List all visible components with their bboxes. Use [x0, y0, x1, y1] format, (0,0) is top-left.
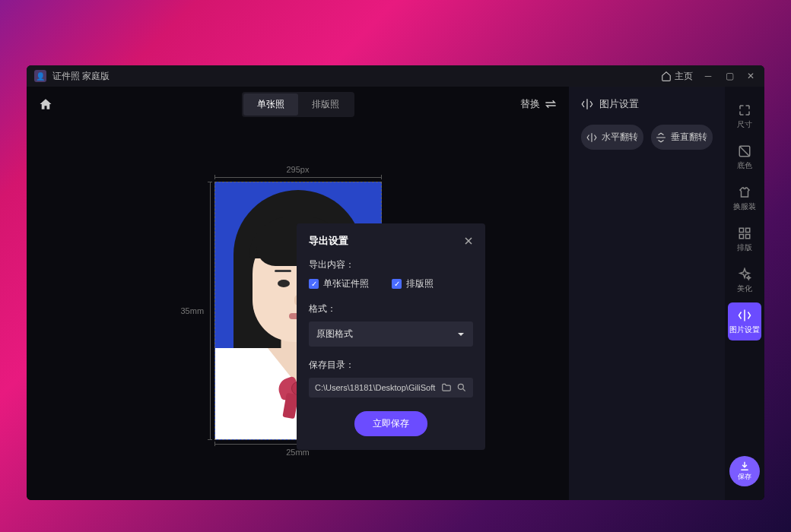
rail-clothes[interactable]: 换服装	[728, 179, 761, 217]
checkbox-layout-label: 排版照	[406, 277, 434, 290]
save-dir-input[interactable]: C:\Users\18181\Desktop\GiliSoft ID	[315, 383, 437, 392]
flip-vertical-button[interactable]: 垂直翻转	[651, 125, 713, 150]
grid-icon	[738, 226, 751, 240]
tab-single[interactable]: 单张照	[243, 93, 298, 116]
toolbar: 单张照 排版照 替换	[27, 87, 569, 122]
rail-image-settings[interactable]: 图片设置	[728, 302, 761, 340]
dimension-top: 295px	[214, 165, 382, 174]
save-dir-row: C:\Users\18181\Desktop\GiliSoft ID	[309, 378, 473, 397]
mirror-icon	[581, 98, 593, 110]
home-icon	[39, 97, 52, 111]
close-button[interactable]: ✕	[745, 70, 757, 82]
titlebar-home-button[interactable]: 主页	[661, 70, 693, 83]
titlebar: 👤 证件照 家庭版 主页 ─ ▢ ✕	[27, 65, 764, 87]
app-title: 证件照 家庭版	[52, 70, 661, 83]
save-dir-label: 保存目录：	[309, 359, 473, 372]
rail-clothes-label: 换服装	[733, 201, 756, 212]
modal-title: 导出设置	[309, 234, 348, 248]
app-window: 👤 证件照 家庭版 主页 ─ ▢ ✕ 单张照 排版照 替换	[27, 65, 764, 500]
panel-header: 图片设置	[581, 97, 713, 111]
rail-size-label: 尺寸	[737, 119, 752, 130]
svg-rect-4	[739, 234, 743, 238]
svg-rect-5	[746, 234, 750, 238]
mirror-icon	[738, 309, 751, 322]
flip-h-label: 水平翻转	[602, 131, 638, 144]
svg-rect-3	[746, 228, 750, 232]
checkbox-single[interactable]: ✓ 单张证件照	[309, 277, 369, 290]
mode-tabs: 单张照 排版照	[242, 92, 354, 117]
canvas-area: 295px 35mm 25mm	[27, 122, 569, 500]
check-icon: ✓	[309, 279, 319, 289]
svg-rect-2	[739, 228, 743, 232]
modal-close-button[interactable]	[464, 236, 473, 245]
main-area: 单张照 排版照 替换 295px 35mm 25mm	[27, 87, 569, 500]
size-icon	[738, 103, 751, 117]
svg-point-0	[458, 384, 463, 389]
minimize-button[interactable]: ─	[702, 70, 714, 82]
rail-background[interactable]: 底色	[728, 138, 761, 176]
save-fab-label: 保存	[738, 472, 751, 482]
download-icon	[739, 461, 750, 471]
swap-icon	[545, 100, 557, 109]
search-folder-button[interactable]	[456, 382, 467, 393]
home-icon	[661, 71, 672, 81]
rail-layout-label: 排版	[737, 242, 752, 253]
export-content-label: 导出内容：	[309, 258, 473, 271]
rail-size[interactable]: 尺寸	[728, 97, 761, 135]
rail-image-settings-label: 图片设置	[729, 325, 760, 335]
checkbox-single-label: 单张证件照	[323, 277, 369, 290]
background-icon	[738, 144, 751, 158]
home-button[interactable]	[39, 97, 52, 111]
flip-v-label: 垂直翻转	[671, 131, 707, 144]
folder-icon	[441, 382, 452, 393]
rail-layout[interactable]: 排版	[728, 220, 761, 258]
panel-title: 图片设置	[599, 97, 639, 111]
dimension-left: 35mm	[181, 306, 205, 315]
search-icon	[456, 382, 467, 393]
rail-bg-label: 底色	[737, 160, 752, 171]
close-icon	[464, 236, 473, 245]
side-panel: 图片设置 水平翻转 垂直翻转	[569, 87, 725, 500]
check-icon: ✓	[392, 279, 402, 289]
right-rail: 尺寸 底色 换服装 排版 美化 图片设置	[725, 87, 764, 500]
app-logo: 👤	[34, 70, 46, 82]
app-body: 单张照 排版照 替换 295px 35mm 25mm	[27, 87, 764, 500]
maximize-button[interactable]: ▢	[723, 70, 735, 82]
swap-label: 替换	[520, 97, 540, 111]
flip-h-icon	[586, 132, 597, 143]
format-value: 原图格式	[316, 328, 353, 340]
ruler-left	[210, 182, 211, 440]
export-settings-modal: 导出设置 导出内容： ✓ 单张证件照 ✓ 排版照	[297, 223, 485, 450]
save-fab-button[interactable]: 保存	[729, 456, 760, 486]
rail-beauty[interactable]: 美化	[728, 261, 761, 299]
ruler-top	[214, 177, 382, 178]
browse-folder-button[interactable]	[441, 382, 452, 393]
format-label: 格式：	[309, 302, 473, 315]
export-save-button[interactable]: 立即保存	[354, 411, 427, 436]
checkbox-layout[interactable]: ✓ 排版照	[392, 277, 434, 290]
titlebar-home-label: 主页	[675, 70, 693, 83]
sparkle-icon	[738, 268, 751, 281]
flip-v-icon	[656, 132, 666, 143]
tab-layout[interactable]: 排版照	[298, 93, 353, 116]
format-select[interactable]: 原图格式	[309, 321, 473, 347]
rail-beauty-label: 美化	[737, 283, 752, 294]
chevron-down-icon	[456, 330, 465, 339]
swap-button[interactable]: 替换	[520, 97, 557, 111]
flip-horizontal-button[interactable]: 水平翻转	[581, 125, 643, 150]
shirt-icon	[738, 185, 751, 199]
